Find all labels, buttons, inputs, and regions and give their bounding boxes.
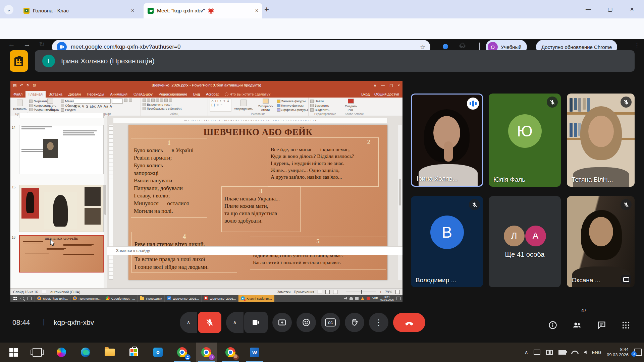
remote-task-chrome[interactable]: Google Meet - ... [103, 295, 138, 302]
remote-action-center-icon[interactable] [396, 297, 400, 300]
normal-view-icon[interactable] [318, 290, 322, 294]
camera-options-chevron[interactable]: ∧ [226, 312, 244, 333]
participant-tile-yuliya[interactable]: Ю Юлія Фаль [489, 94, 561, 187]
sorter-view-icon[interactable] [325, 290, 330, 294]
avast-icon[interactable] [361, 297, 364, 300]
ppt-tab-insert[interactable]: Вставка [46, 91, 65, 98]
create-pdf-button[interactable]: Создать PDF [344, 99, 358, 112]
window-restore-button[interactable]: ▢ [600, 0, 620, 18]
shape-outline-button[interactable]: Контур фигуры [277, 104, 308, 107]
new-slide-button[interactable]: Создать слайд [42, 99, 59, 112]
ppt-tab-review[interactable]: Рецензирование [156, 91, 190, 98]
window-close-button[interactable]: × [622, 0, 642, 18]
volume-tray-icon[interactable] [584, 351, 587, 354]
word-button[interactable]: W [244, 343, 265, 362]
shrink-font-icon[interactable] [129, 99, 132, 102]
camera-button[interactable] [244, 312, 268, 333]
remote-wifi-icon[interactable] [350, 297, 353, 300]
slide-thumbnail-14[interactable] [19, 125, 104, 174]
poem-block-1[interactable]: 1 Було колись — в Україні Ревіли гармати… [131, 138, 207, 218]
chrome-profile3-button[interactable] [220, 343, 241, 362]
poem-block-3[interactable]: 3 Плаче ненька Україна... Плаче кожна ма… [221, 186, 301, 232]
select-button[interactable]: Выделить [310, 108, 329, 112]
tab-close-icon[interactable]: × [131, 8, 134, 14]
raise-hand-button[interactable] [345, 313, 364, 332]
tab-meet[interactable]: Meet: "kqp-qxfn-xbv" × [144, 3, 262, 18]
remote-start-icon[interactable] [13, 297, 17, 300]
align-right-icon[interactable] [160, 99, 163, 102]
quick-styles-button[interactable]: Экспресс-стили [256, 99, 275, 112]
new-tab-button[interactable]: + [264, 5, 269, 14]
remote-task-powerpoint[interactable]: PШевченко_2026... [201, 295, 238, 302]
font-style-buttons[interactable]: Ж К Ч S abc АV Aa А [74, 105, 139, 108]
mic-mute-button[interactable] [198, 312, 221, 333]
forward-button[interactable]: → [23, 40, 31, 48]
store-button[interactable] [123, 343, 144, 362]
poem-block-2[interactable]: 2 Все йде, все минає — і краю немає, Куд… [268, 137, 379, 187]
participant-tile-overflow[interactable]: Л А Ще 41 особа [489, 196, 561, 287]
notes-toggle[interactable]: Заметки [277, 290, 290, 294]
captions-button[interactable]: cc [321, 313, 340, 332]
activities-grid-button[interactable] [621, 320, 631, 331]
tab-search-icon[interactable]: ⌄ [4, 5, 13, 14]
language-indicator[interactable]: ENG [592, 350, 601, 355]
edge-button[interactable] [75, 343, 96, 362]
remote-speaker-icon[interactable] [344, 297, 347, 300]
ppt-tab-view[interactable]: Вид [190, 91, 203, 98]
align-text-button[interactable]: Выровнять текст [143, 103, 206, 106]
reload-button[interactable]: ↻ [39, 40, 45, 48]
task-view-button[interactable] [27, 343, 48, 362]
remote-task-telegram[interactable]: Класні керівник... [238, 295, 274, 302]
chrome-profile1-button[interactable] [172, 343, 193, 362]
display-tray-icon[interactable] [534, 350, 540, 355]
align-left-icon[interactable] [151, 99, 155, 102]
copilot-button[interactable] [51, 343, 72, 362]
hidden-icons-chevron[interactable]: ∧ [525, 349, 528, 355]
action-center-icon[interactable]: 3 [634, 349, 642, 356]
remote-task-meet[interactable]: Meet: "kqp-qxfn... [35, 295, 70, 302]
ppt-tab-transitions[interactable]: Переходы [84, 91, 107, 98]
slide-thumbnail-16[interactable]: ШЕВЧЕНКО АБО ФЕЙК [19, 235, 104, 273]
participant-tile-iryna[interactable]: Ірина Холяв... [411, 94, 483, 187]
shapes-gallery-row1[interactable]: △ ▢ ○ ⇨ ⇩ [211, 99, 230, 103]
ppt-share-button[interactable]: Общий доступ [374, 92, 399, 96]
smartart-button[interactable]: Преобразовать в SmartArt [143, 107, 206, 110]
slide-thumbnail-partial[interactable] [19, 113, 104, 118]
ppt-signin-link[interactable]: Вход [361, 92, 370, 96]
ppt-tab-home[interactable]: Главная [25, 91, 46, 98]
participant-tile-oksana[interactable]: Оксана ... [567, 196, 635, 287]
clock[interactable]: 8:44 09.03.2026 [607, 347, 629, 358]
recorder-tray-icon[interactable] [367, 297, 370, 300]
remote-search-icon[interactable] [20, 297, 24, 300]
ppt-ribbon-options-icon[interactable]: ∧ [374, 83, 376, 87]
network-tray-icon[interactable] [571, 351, 579, 354]
mic-options-chevron[interactable]: ∧ [180, 312, 197, 333]
file-explorer-button[interactable] [99, 343, 120, 362]
extensions-puzzle-icon[interactable] [459, 42, 466, 51]
justify-icon[interactable] [164, 99, 168, 102]
remote-clock[interactable]: 8:44 09.03.2026 [380, 295, 394, 301]
outlook-button[interactable]: o [148, 343, 168, 362]
slide-thumbnail-15[interactable] [19, 185, 104, 232]
zoom-out-icon[interactable]: − [341, 290, 343, 294]
keyboard-tray-icon[interactable] [546, 350, 553, 355]
font-size-box[interactable] [112, 99, 123, 104]
chrome-profile2-button[interactable]: О [196, 343, 217, 362]
arrange-button[interactable]: Упорядочить [233, 99, 254, 112]
ppt-tab-slideshow[interactable]: Слайд-шоу [130, 91, 156, 98]
proofing-icon[interactable] [42, 290, 46, 294]
remote-keyboard-icon[interactable] [355, 297, 359, 300]
find-button[interactable]: Найти [310, 99, 329, 103]
present-button[interactable] [272, 313, 292, 332]
align-center-icon[interactable] [156, 99, 159, 102]
ppt-restore-button[interactable]: ▢ [389, 83, 393, 87]
shape-effects-button[interactable]: Эффекты фигуры [277, 108, 308, 112]
back-button[interactable]: ← [8, 40, 15, 48]
numbering-icon[interactable] [147, 99, 150, 102]
thumbnail-scrollbar[interactable] [104, 116, 107, 288]
presentation-app-icon[interactable] [10, 50, 28, 72]
notes-pane[interactable]: Заметки к слайду [107, 246, 402, 255]
remote-task-word[interactable]: WШевченко_2026... [164, 295, 201, 302]
ppt-tab-file[interactable]: Файл [10, 91, 25, 98]
slide-canvas[interactable]: ШЕВЧЕНКО АБО ФЕЙК 1 Було колись — в Укра… [128, 125, 387, 280]
